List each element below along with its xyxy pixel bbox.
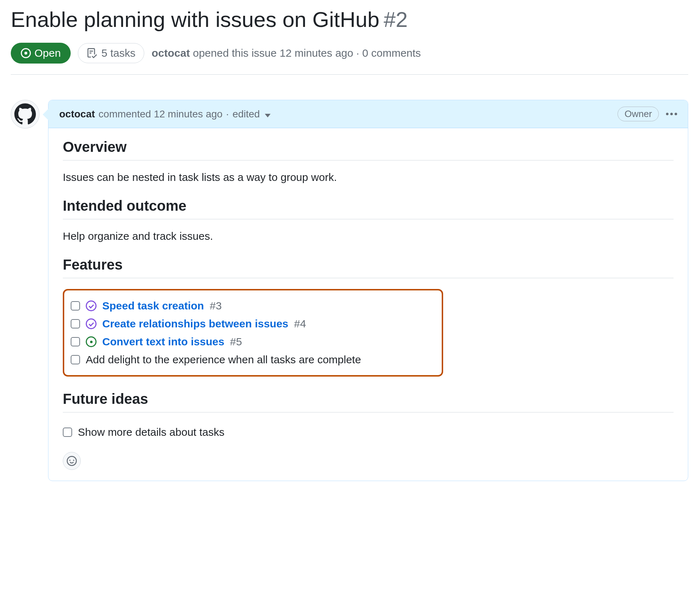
features-task-list: Speed task creation #3Create relationshi… — [63, 289, 443, 377]
issue-open-icon — [86, 336, 97, 347]
issue-author[interactable]: octocat — [151, 47, 190, 59]
tasks-count-label: 5 tasks — [101, 47, 135, 59]
issue-meta-text: octocat opened this issue 12 minutes ago… — [151, 47, 421, 59]
issue-closed-icon — [86, 300, 97, 311]
task-checkbox[interactable] — [71, 337, 80, 346]
comment-author[interactable]: octocat — [59, 108, 95, 120]
overview-text: Issues can be nested in task lists as a … — [63, 171, 674, 183]
task-link[interactable]: Speed task creation — [102, 300, 204, 312]
issue-opened-text: opened this issue 12 minutes ago — [193, 47, 353, 59]
task-ref: #5 — [230, 336, 242, 348]
task-checkbox[interactable] — [63, 428, 72, 437]
checklist-icon — [87, 48, 97, 58]
task-link[interactable]: Convert text into issues — [102, 336, 224, 348]
avatar[interactable] — [11, 100, 39, 129]
edited-label: edited — [233, 108, 260, 120]
comment-header-right: Owner — [618, 107, 677, 121]
comment-header-left: octocat commented 12 minutes ago · edite… — [59, 108, 271, 120]
issue-closed-icon — [86, 318, 97, 329]
outcome-text: Help organize and track issues. — [63, 230, 674, 242]
overview-heading: Overview — [63, 139, 674, 160]
tasks-count-pill[interactable]: 5 tasks — [78, 43, 144, 63]
task-checkbox[interactable] — [71, 355, 80, 364]
task-item: Create relationships between issues #4 — [71, 315, 435, 333]
meta-separator: · — [226, 108, 229, 120]
task-ref: #4 — [294, 318, 306, 330]
task-text: Add delight to the experience when all t… — [86, 354, 361, 366]
task-link[interactable]: Create relationships between issues — [102, 318, 288, 330]
future-heading: Future ideas — [63, 391, 674, 412]
outcome-heading: Intended outcome — [63, 198, 674, 219]
issue-meta-row: Open 5 tasks octocat opened this issue 1… — [11, 43, 688, 75]
comment-box: octocat commented 12 minutes ago · edite… — [48, 100, 688, 481]
issue-title: Enable planning with issues on GitHub — [11, 7, 379, 32]
smiley-icon — [67, 456, 77, 466]
issue-header: Enable planning with issues on GitHub #2… — [11, 7, 688, 75]
features-heading: Features — [63, 257, 674, 278]
issue-comments-count: 0 comments — [362, 47, 421, 59]
issue-number: #2 — [384, 7, 408, 32]
task-item: Show more details about tasks — [63, 423, 674, 441]
timeline: octocat commented 12 minutes ago · edite… — [11, 100, 688, 481]
add-reaction-button[interactable] — [63, 452, 81, 470]
edited-dropdown[interactable]: edited — [233, 108, 271, 120]
kebab-menu[interactable] — [666, 113, 677, 115]
task-checkbox[interactable] — [71, 301, 80, 311]
task-item: Speed task creation #3 — [71, 297, 435, 315]
task-item: Add delight to the experience when all t… — [71, 351, 435, 369]
future-task-list: Show more details about tasks — [63, 423, 674, 441]
issue-open-icon — [21, 48, 31, 58]
comment-body: Overview Issues can be nested in task li… — [48, 128, 688, 481]
comment-header: octocat commented 12 minutes ago · edite… — [48, 100, 688, 128]
chevron-down-icon — [265, 114, 271, 117]
issue-state-label: Open — [34, 47, 61, 59]
issue-title-row: Enable planning with issues on GitHub #2 — [11, 7, 688, 32]
comment-timestamp[interactable]: commented 12 minutes ago — [99, 108, 223, 120]
task-item: Convert text into issues #5 — [71, 333, 435, 351]
task-text: Show more details about tasks — [78, 426, 225, 438]
octocat-icon — [14, 103, 36, 125]
role-badge: Owner — [618, 107, 659, 121]
task-ref: #3 — [210, 300, 221, 312]
issue-state-badge: Open — [11, 43, 71, 64]
task-checkbox[interactable] — [71, 319, 80, 328]
